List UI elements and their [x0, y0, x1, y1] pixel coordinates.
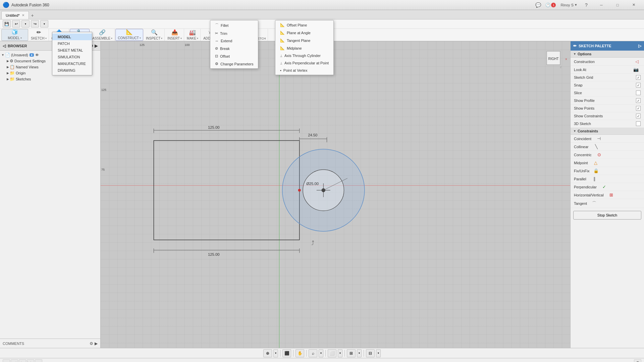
canvas-area[interactable]: 24.50 Ø25.00 125.00 125.00	[101, 41, 570, 348]
save-button[interactable]: 💾	[3, 20, 11, 27]
view-button[interactable]: ⬜	[328, 349, 336, 357]
orbit-button[interactable]: ⊕	[263, 349, 272, 357]
show-constraints-checkbox[interactable]	[636, 114, 641, 118]
dd-plane-at-angle[interactable]: 📐Plane at Angle	[275, 29, 333, 37]
redo-dropdown-button[interactable]: ▾	[40, 20, 48, 27]
palette-expand-icon[interactable]: ▷	[638, 44, 641, 48]
constraints-section-header[interactable]: ▼ Constraints	[571, 128, 644, 135]
dd-trim[interactable]: ✂Trim	[210, 29, 258, 37]
ribbon-insert[interactable]: 📥 INSERT ▾	[165, 29, 184, 41]
dd-fillet[interactable]: ⌒Fillet	[210, 21, 258, 29]
model-item-patch[interactable]: PATCH	[52, 40, 92, 47]
ribbon-inspect[interactable]: 🔍 INSPECT ▾	[144, 29, 165, 41]
maximize-button[interactable]: □	[610, 0, 625, 10]
ribbon-construct[interactable]: 📐 CONSTRUCT ▾	[115, 29, 143, 41]
dd-offset[interactable]: ⊡Offset	[210, 52, 258, 60]
help-button[interactable]: ?	[582, 1, 591, 9]
constraint-tangent[interactable]: Tangent ⌒	[571, 199, 644, 208]
snap-checkbox[interactable]	[636, 83, 641, 87]
dd-axis-through-cylinder[interactable]: ⟂Axis Through Cylinder	[275, 52, 333, 59]
zoom-dropdown[interactable]: ▾	[319, 349, 323, 357]
constraint-horizontal-vertical[interactable]: Horizontal/Vertical ⊞	[571, 191, 644, 199]
grid-dropdown[interactable]: ▾	[357, 349, 362, 357]
constraint-perpendicular[interactable]: Perpendicular ✓	[571, 183, 644, 191]
model-icon-area: 🧊	[10, 29, 19, 36]
option-construction[interactable]: Construction ◁	[571, 58, 644, 66]
visibility-icon[interactable]: 👁	[35, 53, 39, 57]
ribbon-assemble[interactable]: 🔗 ASSEMBLE ▾	[90, 29, 115, 41]
view-dropdown[interactable]: ▾	[338, 349, 342, 357]
dd-midplane[interactable]: 📐Midplane	[275, 44, 333, 52]
option-show-points[interactable]: Show Points	[571, 105, 644, 112]
model-item-simulation[interactable]: SIMULATION	[52, 54, 92, 60]
constraint-concentric[interactable]: Concentric ⊙	[571, 151, 644, 159]
ribbon-sketch[interactable]: ✏ SKETCH ▾	[29, 29, 49, 41]
pan-button[interactable]: ✋	[296, 349, 304, 357]
model-item-drawing[interactable]: DRAWING	[52, 67, 92, 74]
dd-point-at-vertex[interactable]: •Point at Vertex	[275, 67, 333, 74]
constraint-fix-unfix[interactable]: Fix/UnFix 🔒	[571, 167, 644, 175]
show-points-checkbox[interactable]	[636, 106, 641, 111]
display-button[interactable]: ⊟	[366, 349, 375, 357]
close-button[interactable]: ✕	[626, 0, 641, 10]
constraint-midpoint[interactable]: Midpoint △	[571, 159, 644, 167]
option-look-at[interactable]: Look At 📷	[571, 66, 644, 74]
model-dropdown-menu[interactable]: MODEL PATCH SHEET METAL SIMULATION MANUF…	[52, 32, 92, 75]
browser-tree: ▼ 📄 (Unsaved) ● 👁 ▶ ⚙ Document Settings …	[0, 51, 100, 339]
view-cube[interactable]: RIGHT Z X	[540, 45, 567, 71]
dd-axis-perpendicular[interactable]: ⟂Axis Perpendicular at Point	[275, 59, 333, 67]
sketch-grid-checkbox[interactable]	[636, 75, 641, 80]
chat-button[interactable]: 💬	[533, 1, 543, 9]
option-sketch-grid[interactable]: Sketch Grid	[571, 74, 644, 81]
grid-button[interactable]: ⊞	[347, 349, 356, 357]
options-section-header[interactable]: ▼ Options	[571, 51, 644, 58]
show-profile-checkbox[interactable]	[636, 98, 641, 103]
modify-dropdown-menu[interactable]: ⌒Fillet ✂Trim ↔Extend ⊘Break ⊡Offset ⚙Ch…	[210, 20, 258, 69]
ribbon-model[interactable]: 🧊 MODEL ▾	[1, 29, 28, 41]
constraint-parallel[interactable]: Parallel ∥	[571, 175, 644, 183]
zoom-button[interactable]: ⌕	[309, 349, 317, 357]
minimize-button[interactable]: ─	[594, 0, 609, 10]
model-item-manufacture[interactable]: MANUFACTURE	[52, 60, 92, 67]
next-frame-button[interactable]: ▶▶	[27, 359, 34, 362]
fit-button[interactable]: ⬛	[282, 349, 291, 357]
timeline-settings-button[interactable]: ⚙	[634, 359, 641, 362]
orbit-dropdown[interactable]: ▾	[273, 349, 278, 357]
last-frame-button[interactable]: ⏭	[35, 359, 42, 362]
3d-sketch-checkbox[interactable]	[636, 121, 641, 126]
tree-item-sketches[interactable]: ▶ 📁 Sketches	[0, 76, 100, 82]
comments-settings-icon[interactable]: ⚙	[90, 341, 93, 346]
dd-extend[interactable]: ↔Extend	[210, 37, 258, 45]
slice-checkbox[interactable]	[636, 90, 641, 95]
constraint-collinear[interactable]: Collinear ╲	[571, 143, 644, 151]
construct-dropdown-menu[interactable]: 📐Offset Plane 📐Plane at Angle 📐Tangent P…	[275, 20, 334, 75]
option-show-constraints[interactable]: Show Constraints	[571, 112, 644, 120]
prev-frame-button[interactable]: ◀	[11, 359, 18, 362]
undo-button[interactable]: ↩	[12, 20, 20, 27]
first-frame-button[interactable]: ⏮	[3, 359, 10, 362]
tab-untitled[interactable]: Untitled* ✕	[1, 11, 29, 19]
new-tab-button[interactable]: +	[29, 12, 36, 19]
stop-sketch-button[interactable]: Stop Sketch	[573, 211, 641, 220]
display-dropdown[interactable]: ▾	[376, 349, 381, 357]
model-item-model[interactable]: MODEL	[52, 34, 92, 40]
model-item-sheet-metal[interactable]: SHEET METAL	[52, 47, 92, 54]
tab-close-button[interactable]: ✕	[22, 13, 24, 17]
option-snap[interactable]: Snap	[571, 81, 644, 89]
option-show-profile[interactable]: Show Profile	[571, 97, 644, 105]
comments-expand-icon[interactable]: ▶	[95, 341, 98, 346]
redo-button[interactable]: ↪	[31, 20, 39, 27]
browser-expand-icon[interactable]: ▶	[95, 44, 98, 48]
play-button[interactable]: ▶	[19, 359, 26, 362]
undo-dropdown-button[interactable]: ▾	[21, 20, 30, 27]
dd-tangent-plane[interactable]: 📐Tangent Plane	[275, 37, 333, 44]
dd-break[interactable]: ⊘Break	[210, 45, 258, 52]
option-slice[interactable]: Slice	[571, 89, 644, 97]
collapse-browser-button[interactable]: ◁	[3, 44, 6, 48]
constraint-coincident[interactable]: Coincident ⊣	[571, 135, 644, 143]
dd-change-parameters[interactable]: ⚙Change Parameters	[210, 60, 258, 68]
dd-offset-plane[interactable]: 📐Offset Plane	[275, 21, 333, 29]
user-button[interactable]: Rinoy S ▾	[558, 2, 579, 8]
ribbon-make[interactable]: 🏭 MAKE ▾	[185, 29, 201, 41]
option-3d-sketch[interactable]: 3D Sketch	[571, 120, 644, 128]
